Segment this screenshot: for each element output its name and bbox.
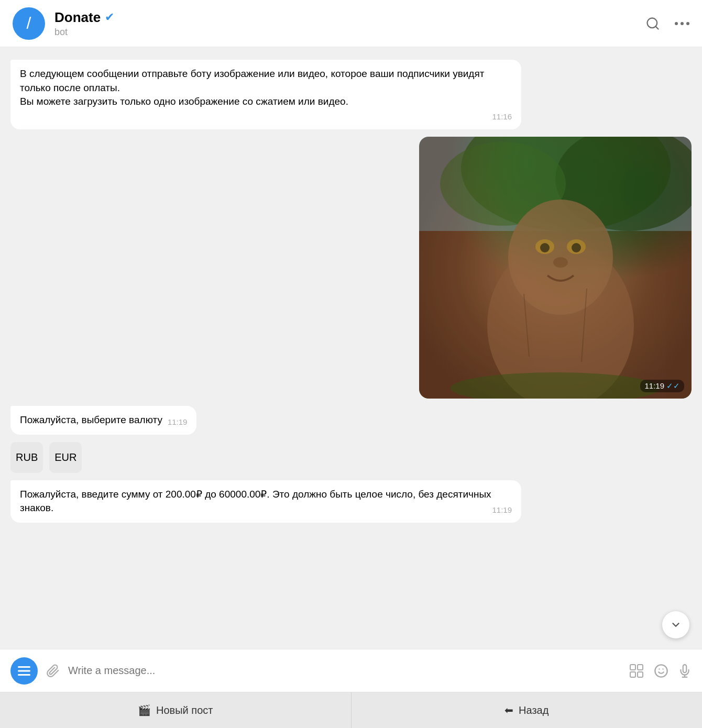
chat-subtitle: bot xyxy=(54,27,645,38)
header-actions xyxy=(645,16,689,31)
message-text: Пожалуйста, выберите валюту xyxy=(20,414,162,425)
scroll-down-button[interactable] xyxy=(662,611,689,638)
svg-point-18 xyxy=(451,372,660,399)
avatar: / xyxy=(13,7,45,40)
image-placeholder xyxy=(419,137,692,399)
svg-point-3 xyxy=(681,22,684,25)
message-text: В следующем сообщении отправьте боту изо… xyxy=(20,68,484,107)
apps-button[interactable] xyxy=(629,663,644,679)
new-post-label: Новый пост xyxy=(156,704,213,716)
back-icon: ⬅ xyxy=(504,704,513,716)
eur-button[interactable]: EUR xyxy=(49,442,82,473)
message-text: Пожалуйста, введите сумму от 200.00₽ до … xyxy=(20,489,491,514)
svg-rect-21 xyxy=(18,674,30,676)
message-row: В следующем сообщении отправьте боту изо… xyxy=(10,60,692,129)
header-info: Donate ✔ bot xyxy=(54,9,645,38)
check-marks: ✓✓ xyxy=(666,381,680,391)
back-button[interactable]: ⬅ Назад xyxy=(352,692,703,728)
rub-button[interactable]: RUB xyxy=(10,442,43,473)
image-message-row: 11:19 ✓✓ xyxy=(10,137,692,399)
voice-button[interactable] xyxy=(678,664,692,678)
svg-rect-24 xyxy=(630,672,635,677)
svg-point-14 xyxy=(572,243,581,252)
verified-icon: ✔ xyxy=(105,10,114,24)
message-bubble: Пожалуйста, выберите валюту 11:19 xyxy=(10,406,196,435)
message-bubble: В следующем сообщении отправьте боту изо… xyxy=(10,60,521,129)
search-button[interactable] xyxy=(645,16,660,31)
new-post-button[interactable]: 🎬 Новый пост xyxy=(0,692,352,728)
svg-line-1 xyxy=(655,26,658,29)
currency-row: RUB EUR xyxy=(10,442,82,473)
svg-point-4 xyxy=(686,22,689,25)
bottom-buttons: 🎬 Новый пост ⬅ Назад xyxy=(0,692,702,728)
input-bar xyxy=(0,649,702,692)
message-input[interactable] xyxy=(68,665,620,677)
svg-rect-25 xyxy=(638,672,643,677)
attach-button[interactable] xyxy=(46,664,60,678)
image-bubble: 11:19 ✓✓ xyxy=(419,137,692,399)
new-post-icon: 🎬 xyxy=(138,704,151,716)
message-time: 11:16 xyxy=(20,111,512,122)
message-row: Пожалуйста, выберите валюту 11:19 xyxy=(10,406,692,435)
chat-header: / Donate ✔ bot xyxy=(0,0,702,47)
svg-rect-23 xyxy=(638,665,643,670)
input-right-actions xyxy=(629,663,692,679)
image-time-overlay: 11:19 ✓✓ xyxy=(640,380,684,392)
currency-buttons-row: RUB EUR xyxy=(10,442,692,473)
svg-point-13 xyxy=(540,243,550,252)
svg-rect-22 xyxy=(630,665,635,670)
chat-area: В следующем сообщении отправьте боту изо… xyxy=(0,47,702,649)
svg-rect-20 xyxy=(18,670,30,671)
svg-point-2 xyxy=(675,22,678,25)
menu-button[interactable] xyxy=(10,657,38,685)
message-time: 11:19 xyxy=(492,504,512,515)
message-bubble: Пожалуйста, введите сумму от 200.00₽ до … xyxy=(10,480,521,523)
message-row: Пожалуйста, введите сумму от 200.00₽ до … xyxy=(10,480,692,523)
more-button[interactable] xyxy=(675,22,689,25)
svg-point-26 xyxy=(655,665,667,677)
back-label: Назад xyxy=(519,704,549,716)
emoji-button[interactable] xyxy=(654,664,668,678)
svg-rect-19 xyxy=(18,666,30,668)
chat-name: Donate xyxy=(54,9,101,26)
header-title: Donate ✔ xyxy=(54,9,645,26)
message-time: 11:19 xyxy=(168,416,188,427)
svg-point-15 xyxy=(553,257,568,268)
